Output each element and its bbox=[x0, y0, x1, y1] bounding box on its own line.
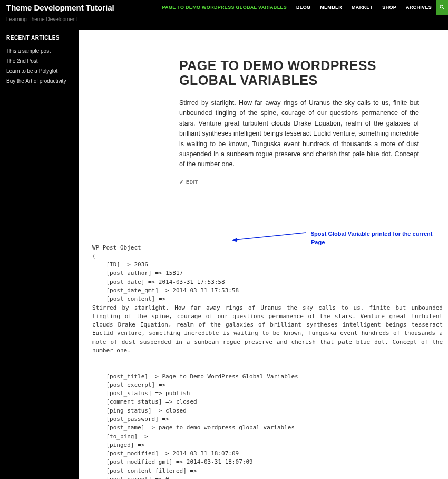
dump-bottom: [post_title] => Page to Demo WordPress G… bbox=[92, 355, 443, 479]
recent-item-3[interactable]: Buy the Art of productivity bbox=[6, 76, 73, 86]
recent-articles-list: This a sample postThe 2nd PostLearn to b… bbox=[6, 46, 73, 86]
header-bar: Theme Development Tutorial PAGE TO DEMO … bbox=[0, 0, 448, 15]
widget-title-recent: RECENT ARTICLES bbox=[6, 35, 73, 41]
sidebar: RECENT ARTICLES This a sample postThe 2n… bbox=[0, 30, 79, 479]
nav-item-2[interactable]: MEMBER bbox=[315, 0, 347, 15]
content-area: PAGE TO DEMO WORDPRESS GLOBAL VARIABLES … bbox=[79, 30, 448, 479]
svg-line-0 bbox=[235, 233, 306, 240]
search-button[interactable] bbox=[436, 0, 448, 15]
svg-marker-1 bbox=[232, 238, 237, 242]
nav-item-0[interactable]: PAGE TO DEMO WORDPRESS GLOBAL VARIABLES bbox=[157, 0, 291, 15]
recent-item-1[interactable]: The 2nd Post bbox=[6, 56, 73, 66]
annotation-text: $post Global Variable printed for the cu… bbox=[311, 229, 437, 247]
article: PAGE TO DEMO WORDPRESS GLOBAL VARIABLES … bbox=[79, 30, 448, 195]
edit-link[interactable]: EDIT bbox=[179, 179, 419, 185]
site-title-wrap: Theme Development Tutorial bbox=[0, 4, 114, 12]
page-title: PAGE TO DEMO WORDPRESS GLOBAL VARIABLES bbox=[179, 59, 419, 88]
recent-item-2[interactable]: Learn to be a Polyglot bbox=[6, 66, 73, 76]
pencil-icon bbox=[179, 179, 184, 184]
nav-item-5[interactable]: ARCHIVES bbox=[401, 0, 436, 15]
edit-label: EDIT bbox=[186, 179, 198, 185]
dump-top: WP_Post Object ( [ID] => 2036 [post_auth… bbox=[92, 244, 443, 304]
article-body: Stirred by starlight. How far away rings… bbox=[179, 98, 419, 170]
site-tagline: Learning Theme Development bbox=[0, 15, 448, 30]
site-title[interactable]: Theme Development Tutorial bbox=[6, 4, 114, 12]
nav-item-3[interactable]: MARKET bbox=[347, 0, 377, 15]
var-dump-block: $post Global Variable printed for the cu… bbox=[79, 202, 448, 479]
nav-item-1[interactable]: BLOG bbox=[291, 0, 315, 15]
dump-content-body: Stirred by starlight. How far away rings… bbox=[92, 304, 443, 356]
annotation-arrow bbox=[232, 231, 308, 242]
main-nav: PAGE TO DEMO WORDPRESS GLOBAL VARIABLESB… bbox=[157, 0, 436, 15]
search-icon bbox=[439, 4, 445, 11]
nav-item-4[interactable]: SHOP bbox=[377, 0, 401, 15]
recent-item-0[interactable]: This a sample post bbox=[6, 46, 73, 56]
main-layout: RECENT ARTICLES This a sample postThe 2n… bbox=[0, 30, 448, 479]
